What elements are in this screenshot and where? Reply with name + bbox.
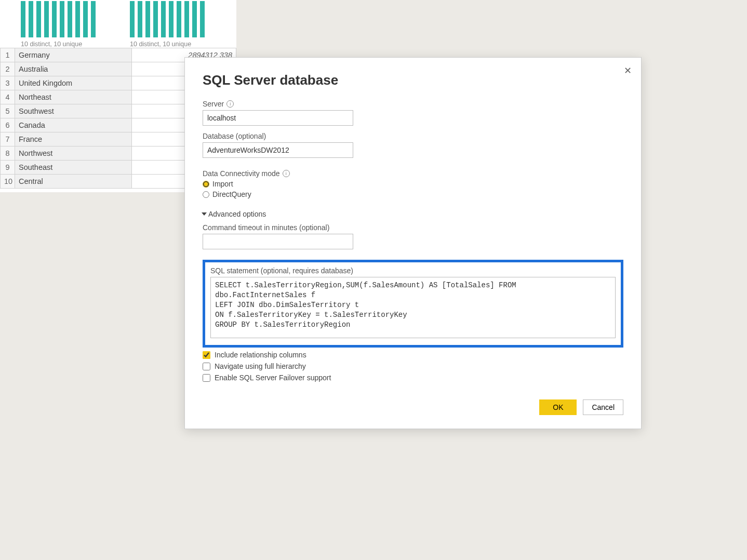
include-relationship-checkbox[interactable]: Include relationship columns bbox=[203, 351, 623, 359]
region-cell[interactable]: Northwest bbox=[15, 146, 132, 161]
sql-label: SQL statement (optional, requires databa… bbox=[210, 266, 616, 275]
timeout-input[interactable] bbox=[203, 234, 353, 249]
row-number: 5 bbox=[1, 104, 15, 118]
navigate-full-hierarchy-checkbox[interactable]: Navigate using full hierarchy bbox=[203, 362, 623, 370]
region-cell[interactable]: United Kingdom bbox=[15, 76, 132, 90]
region-cell[interactable]: France bbox=[15, 132, 132, 146]
row-number: 1 bbox=[1, 48, 15, 62]
row-number: 3 bbox=[1, 76, 15, 90]
region-cell[interactable]: Southeast bbox=[15, 161, 132, 175]
database-input[interactable] bbox=[203, 142, 353, 158]
info-icon[interactable]: i bbox=[226, 100, 234, 108]
server-label: Server i bbox=[203, 100, 623, 108]
column-profile-2: 10 distinct, 10 unique bbox=[130, 0, 218, 48]
region-cell[interactable]: Southwest bbox=[15, 104, 132, 118]
server-input[interactable] bbox=[203, 110, 353, 126]
close-icon[interactable]: ✕ bbox=[624, 65, 632, 76]
region-cell[interactable]: Australia bbox=[15, 62, 132, 76]
cancel-button[interactable]: Cancel bbox=[583, 399, 623, 415]
distinct-label-2: 10 distinct, 10 unique bbox=[130, 41, 218, 48]
dialog-title: SQL Server database bbox=[203, 72, 623, 88]
row-number: 4 bbox=[1, 90, 15, 104]
row-number: 8 bbox=[1, 146, 15, 161]
sql-server-dialog: ✕ SQL Server database Server i Database … bbox=[184, 57, 642, 429]
distinct-label-1: 10 distinct, 10 unique bbox=[21, 41, 109, 48]
row-number: 6 bbox=[1, 118, 15, 132]
advanced-options-toggle[interactable]: Advanced options bbox=[203, 210, 623, 218]
row-number: 10 bbox=[1, 175, 15, 189]
sql-highlight-annotation: SQL statement (optional, requires databa… bbox=[203, 260, 623, 348]
chevron-down-icon bbox=[202, 212, 207, 216]
enable-failover-checkbox[interactable]: Enable SQL Server Failover support bbox=[203, 374, 623, 382]
info-icon[interactable]: i bbox=[283, 170, 290, 177]
directquery-radio[interactable]: DirectQuery bbox=[203, 190, 623, 198]
row-number: 2 bbox=[1, 62, 15, 76]
column-profile-1: 10 distinct, 10 unique bbox=[21, 0, 109, 48]
region-cell[interactable]: Germany bbox=[15, 48, 132, 62]
connectivity-mode-label: Data Connectivity mode i bbox=[203, 169, 623, 178]
ok-button[interactable]: OK bbox=[539, 399, 577, 415]
row-number: 9 bbox=[1, 161, 15, 175]
region-cell[interactable]: Northeast bbox=[15, 90, 132, 104]
region-cell[interactable]: Canada bbox=[15, 118, 132, 132]
sql-statement-input[interactable] bbox=[210, 277, 616, 338]
region-cell[interactable]: Central bbox=[15, 175, 132, 189]
import-radio[interactable]: Import bbox=[203, 180, 623, 188]
timeout-label: Command timeout in minutes (optional) bbox=[203, 223, 623, 232]
row-number: 7 bbox=[1, 132, 15, 146]
database-label: Database (optional) bbox=[203, 132, 623, 140]
